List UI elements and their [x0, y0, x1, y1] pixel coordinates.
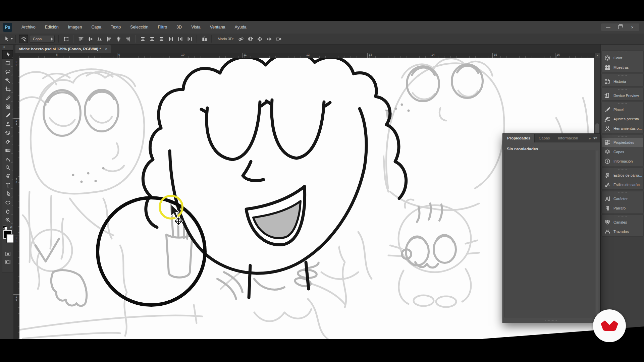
distribute-left-edges-button[interactable]: [166, 35, 175, 43]
3d-pan-button[interactable]: [256, 35, 264, 43]
dock-item-trazados[interactable]: Trazados: [602, 227, 643, 236]
dock-group-grip[interactable]: [602, 191, 643, 194]
dock-item-herramientas-p[interactable]: Herramientas p...: [602, 124, 643, 133]
menu-archivo[interactable]: Archivo: [17, 21, 40, 34]
distribute-horizontal-centers-button[interactable]: [176, 35, 184, 43]
tool-pincel-corrector[interactable]: [2, 102, 13, 111]
align-top-edges-button[interactable]: [76, 35, 85, 43]
vertical-ruler[interactable]: 2 22 32 42 52 6: [13, 58, 20, 339]
tool-recortar[interactable]: [2, 85, 13, 94]
dock-item-capas[interactable]: Capas: [602, 147, 643, 157]
align-left-edges-button[interactable]: [105, 35, 113, 43]
show-transform-controls-toggle[interactable]: [62, 35, 70, 43]
properties-panel-resize-grip[interactable]: [503, 318, 600, 323]
horizontal-ruler[interactable]: 8910111213141516: [19, 53, 600, 58]
menu-imagen[interactable]: Imagen: [63, 21, 87, 34]
dock-item-canales[interactable]: Canales: [602, 218, 643, 227]
menu-edici-n[interactable]: Edición: [40, 21, 63, 34]
tool-texto[interactable]: [2, 181, 13, 189]
distribute-right-edges-button[interactable]: [185, 35, 194, 43]
panel-tab-capas[interactable]: Capas: [535, 134, 554, 142]
dock-item-pincel[interactable]: Pincel: [602, 105, 643, 114]
quick-mask-button[interactable]: [2, 250, 13, 258]
tool-mano[interactable]: [2, 207, 13, 216]
dock-group-grip[interactable]: [602, 215, 643, 218]
dock-item-carácter[interactable]: Carácter: [602, 194, 643, 203]
tool-pincel[interactable]: [2, 111, 13, 120]
align-right-edges-button[interactable]: [123, 35, 132, 43]
screen-mode-button[interactable]: [2, 258, 13, 266]
dock-group-grip[interactable]: [602, 135, 643, 138]
panel-tab-información[interactable]: Información: [554, 134, 582, 142]
dock-item-párrafo[interactable]: Párrafo: [602, 203, 643, 213]
menu-capa[interactable]: Capa: [87, 21, 106, 34]
dock-item-ajustes-preesta[interactable]: Ajustes preesta...: [602, 114, 643, 124]
tool-tampon-clonar[interactable]: [2, 120, 13, 128]
align-horizontal-centers-button[interactable]: [114, 35, 123, 43]
dock-group-grip[interactable]: [602, 74, 643, 77]
dock-item-información[interactable]: Información: [602, 157, 643, 166]
window-restore-button[interactable]: [615, 24, 625, 30]
menu-texto[interactable]: Texto: [106, 21, 125, 34]
properties-panel-scrollbar[interactable]: [596, 150, 598, 317]
tool-pluma[interactable]: [2, 172, 13, 181]
auto-select-target-select[interactable]: Capa: [30, 35, 55, 43]
tool-zoom[interactable]: [2, 216, 13, 224]
window-close-button[interactable]: ×: [627, 24, 637, 30]
3d-orbit-button[interactable]: [237, 35, 246, 43]
menu-3d[interactable]: 3D: [172, 21, 186, 34]
3d-roll-button[interactable]: [246, 35, 255, 43]
menu-filtro[interactable]: Filtro: [153, 21, 172, 34]
menu-ayuda[interactable]: Ayuda: [230, 21, 251, 34]
tool-seleccion-rapida[interactable]: [2, 76, 13, 85]
menu-ventana[interactable]: Ventana: [205, 21, 230, 34]
document-tab-close-icon[interactable]: ×: [105, 46, 108, 51]
tool-pincel-historia[interactable]: [2, 128, 13, 137]
dock-item-historia[interactable]: Historia: [602, 77, 643, 86]
move-tool-options[interactable]: [4, 35, 13, 43]
tool-seleccion-trazado[interactable]: [2, 189, 13, 198]
window-controls: —×: [601, 23, 639, 31]
panel-collapse-icon[interactable]: »: [589, 136, 591, 140]
dock-item-device-preview[interactable]: Device Preview: [602, 91, 643, 100]
tool-mover[interactable]: [2, 50, 13, 59]
dock-group-grip[interactable]: [602, 102, 643, 105]
tool-elipse[interactable]: [2, 198, 13, 207]
tool-borrador[interactable]: [2, 137, 13, 146]
tool-lazo[interactable]: [2, 67, 13, 76]
tool-marco-rectangular-icon: [5, 60, 11, 66]
dock-group-grip[interactable]: [602, 168, 643, 171]
ruler-corner[interactable]: [13, 53, 20, 58]
auto-align-layers-button[interactable]: [200, 35, 209, 43]
align-vertical-centers-button[interactable]: [86, 35, 95, 43]
tool-marco-rectangular[interactable]: [2, 59, 13, 67]
distribute-bottom-edges-button[interactable]: [157, 35, 166, 43]
tool-cuentagotas[interactable]: [2, 94, 13, 102]
tools-collapse-icon[interactable]: »: [2, 45, 13, 50]
swap-colors-icon[interactable]: ⇄: [10, 226, 12, 229]
dock-item-estilos-de-párra[interactable]: Estilos de párra...: [602, 171, 643, 180]
tool-sobreexponer[interactable]: [2, 163, 13, 172]
3d-slide-button[interactable]: [265, 35, 274, 43]
tool-degradado[interactable]: [2, 146, 13, 155]
window-minimize-button[interactable]: —: [603, 24, 613, 30]
3d-camera-button[interactable]: [274, 35, 283, 43]
dock-item-color[interactable]: Color: [602, 53, 643, 63]
dock-group-grip[interactable]: [602, 88, 643, 91]
scroll-up-icon[interactable]: ▲: [595, 53, 600, 58]
panel-tab-propiedades[interactable]: Propiedades: [503, 134, 535, 142]
default-colors-icon[interactable]: [3, 226, 7, 230]
menu-selecci-n[interactable]: Selección: [125, 21, 153, 34]
dock-group-grip[interactable]: [602, 51, 643, 53]
align-bottom-edges-button[interactable]: [95, 35, 104, 43]
dock-item-propiedades[interactable]: Propiedades: [602, 138, 643, 147]
dock-item-muestras[interactable]: Muestras: [602, 63, 643, 72]
menu-vista[interactable]: Vista: [186, 21, 205, 34]
distribute-vertical-centers-button[interactable]: [148, 35, 156, 43]
document-tab[interactable]: afiche boceto.psd al 139% (Fondo, RGB/8#…: [15, 45, 111, 53]
tool-dedo[interactable]: [2, 155, 13, 163]
dock-item-estilos-de-carác[interactable]: Estilos de carác...: [602, 180, 643, 189]
auto-select-layers-toggle[interactable]: [19, 35, 28, 43]
panel-menu-icon[interactable]: ▾≡: [593, 136, 597, 140]
distribute-top-edges-button[interactable]: [138, 35, 147, 43]
